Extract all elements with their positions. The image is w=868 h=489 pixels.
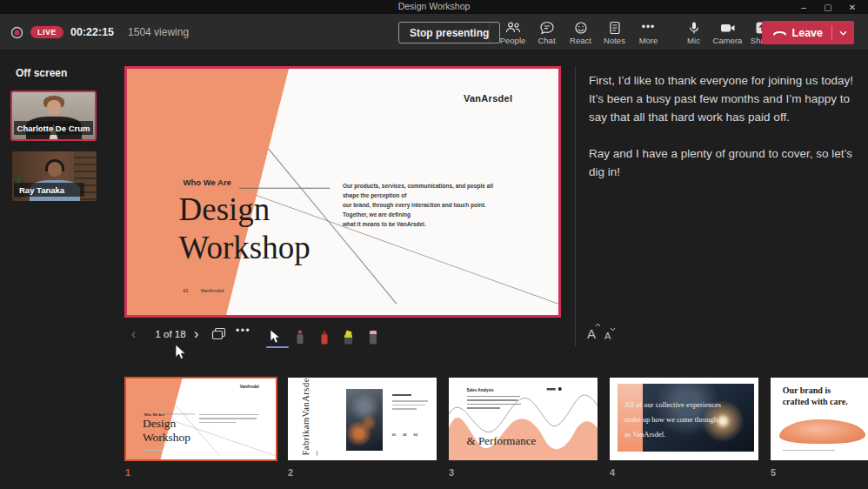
more-icon: ••• [642, 21, 656, 35]
live-badge: LIVE [30, 26, 63, 38]
notes-font-controls: A A [587, 326, 611, 341]
thumb2-item: 03 [414, 432, 417, 437]
slide-footer-brand: VanArsdel [201, 288, 224, 293]
slide-grid-button[interactable] [211, 327, 227, 342]
pen-tool-icon [319, 330, 330, 345]
thumbnail-number-2: 2 [288, 467, 293, 478]
thumb-title: Design Workshop [143, 417, 190, 445]
caret-down-icon [610, 327, 616, 332]
laser-pointer-button[interactable] [288, 324, 311, 350]
people-button[interactable]: People [496, 16, 530, 50]
participant-tile-ray[interactable]: Ray Tanaka [12, 151, 97, 201]
leave-label: Leave [792, 27, 823, 39]
thumb2-title-line: Fabrikam – [301, 417, 322, 455]
next-slide-button[interactable]: › [194, 325, 198, 343]
slide-title: Design Workshop [179, 191, 310, 267]
slide-thumbnail-2[interactable]: Fabrikam – VanArsdel 01 02 03 [288, 378, 437, 460]
react-icon [573, 21, 589, 35]
slide-body-text: Our products, services, communications, … [343, 181, 506, 229]
increase-font-button[interactable]: A [587, 326, 596, 341]
thumb4-quote-line: as VanArsdel. [624, 427, 721, 442]
thumb-body-placeholder [199, 414, 259, 426]
chat-label: Chat [537, 36, 555, 45]
decrease-font-label: A [604, 331, 611, 341]
brand-logo: VanArsdel [464, 93, 513, 104]
meeting-toolbar: LIVE 00:22:15 1504 viewing Stop presenti… [0, 14, 868, 50]
more-tools-button[interactable]: ••• [236, 325, 250, 337]
avatar [47, 100, 61, 115]
thumb5-caption-placeholder [783, 450, 848, 454]
toolbar-actions: People Chat React [496, 16, 665, 50]
chat-icon [539, 21, 555, 35]
thumb2-items: 01 02 03 [392, 432, 431, 437]
thumbnail-number-1: 1 [125, 467, 130, 478]
thumb5-title: Our brand is crafted with care. [783, 385, 848, 407]
meeting-window: Design Workshop – ▢ ✕ LIVE 00:22:15 1504… [0, 0, 868, 489]
leave-button[interactable]: Leave [762, 27, 831, 39]
thumb4-quote-line: All of our collective experiences [624, 398, 721, 412]
slide-position: 1 of 18 [150, 329, 190, 339]
react-label: React [570, 36, 591, 45]
presented-slide[interactable]: VanArsdel Who We Are Design Workshop Our… [124, 66, 561, 318]
thumb4-quote: All of our collective experiences make u… [624, 398, 721, 442]
chat-button[interactable]: Chat [530, 16, 564, 50]
mouse-cursor [175, 345, 186, 360]
thumb2-photo [346, 389, 384, 450]
caret-up-icon [595, 323, 601, 327]
decrease-font-button[interactable]: A [604, 331, 611, 341]
increase-font-label: A [587, 326, 596, 341]
camera-button[interactable]: Camera [711, 16, 744, 50]
thumb5-title-line: crafted with care. [783, 396, 848, 407]
chevron-down-icon [839, 30, 847, 36]
slide-thumbnail-3[interactable]: Sales Analysis & Performance [449, 378, 598, 460]
highlighter-tool-button[interactable] [337, 324, 360, 350]
record-icon [10, 26, 23, 39]
participant-name: Charlotte De Crum [14, 121, 93, 135]
selected-tool-indicator [266, 346, 289, 348]
leave-options-button[interactable] [832, 30, 854, 36]
participant-name: Ray Tanaka [14, 183, 84, 197]
slide-body-line: our brand, through every interaction and… [343, 200, 506, 219]
title-bar: Design Workshop – ▢ ✕ [0, 0, 868, 14]
stop-presenting-button[interactable]: Stop presenting [398, 22, 500, 44]
thumbnail-number-4: 4 [610, 467, 615, 478]
camera-label: Camera [713, 36, 743, 45]
eraser-tool-button[interactable] [361, 324, 384, 350]
viewer-count: 1504 viewing [128, 26, 189, 38]
slide-thumbnail-1[interactable]: VanArsdel Who We Are Design Workshop [124, 377, 277, 461]
speaker-notes-panel[interactable]: First, I’d like to thank everyone for jo… [589, 71, 860, 181]
thumbnail-number-5: 5 [771, 467, 776, 478]
slide-title-line2: Workshop [179, 229, 310, 267]
slide-title-line1: Design [179, 191, 310, 229]
thumb-title-line: Workshop [143, 431, 190, 445]
more-button[interactable]: ••• More [631, 16, 665, 50]
slide-thumbnail-5[interactable]: Our brand is crafted with care. [771, 378, 868, 460]
hang-up-icon [772, 29, 787, 37]
slide-body-line: Our products, services, communications, … [343, 181, 506, 200]
close-button[interactable]: ✕ [840, 0, 865, 14]
notes-button[interactable]: Notes [598, 16, 631, 50]
maximize-button[interactable]: ▢ [816, 0, 840, 14]
mic-button[interactable]: Mic [677, 16, 711, 50]
recording-status: LIVE 00:22:15 1504 viewing [10, 14, 189, 50]
thumb3-text-placeholder [467, 396, 524, 412]
thumb-footer-placeholder [144, 450, 171, 454]
thumb3-title: & Performance [467, 434, 537, 448]
grid-icon [211, 327, 227, 342]
minimize-button[interactable]: – [791, 0, 816, 14]
pen-tool-button[interactable] [312, 324, 336, 350]
notes-label: Notes [604, 36, 625, 45]
thumb5-title-line: Our brand is [783, 385, 848, 396]
react-button[interactable]: React [564, 16, 598, 50]
leave-button-group: Leave [762, 21, 854, 44]
participant-tile-charlotte[interactable]: Charlotte De Crum [10, 90, 97, 141]
slide-thumbnail-4[interactable]: All of our collective experiences make u… [610, 378, 758, 460]
previous-slide-button[interactable]: ‹ [131, 325, 136, 343]
thumb2-text-placeholder [392, 394, 428, 412]
toolbar-divider [489, 23, 490, 42]
thumb2-vertical-title: Fabrikam – VanArsdel [301, 383, 322, 456]
thumb-brand-logo: VanArsdel [240, 385, 259, 389]
panel-divider [575, 66, 576, 346]
thumb5-product-sketch [779, 419, 865, 445]
notes-icon [608, 21, 622, 35]
